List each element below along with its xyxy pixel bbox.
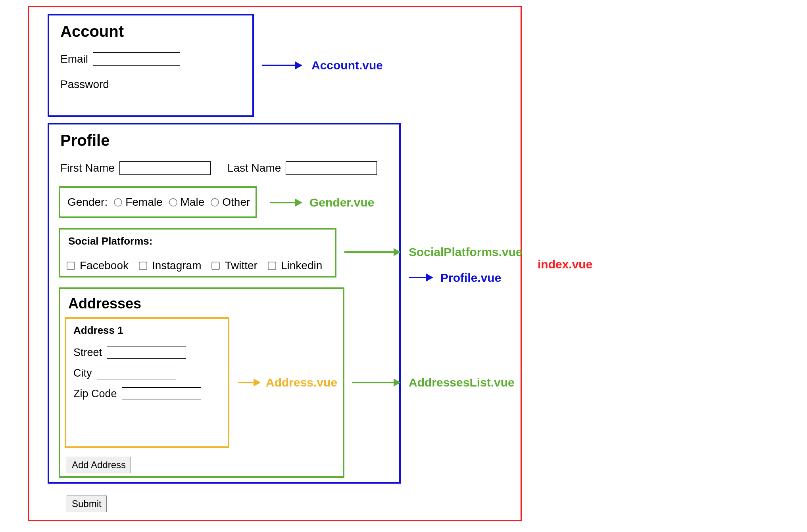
social-instagram-label: Instagram <box>152 259 202 272</box>
social-box: Social Platforms: Facebook Instagram Twi… <box>59 228 336 277</box>
zip-label: Zip Code <box>73 388 117 400</box>
annotation-account: Account.vue <box>311 59 383 72</box>
addresses-title: Addresses <box>68 295 335 312</box>
password-input[interactable] <box>114 78 201 91</box>
social-facebook-label: Facebook <box>80 259 129 272</box>
social-option-instagram[interactable]: Instagram <box>140 259 202 272</box>
city-input[interactable] <box>97 367 176 379</box>
gender-box: Gender: Female Male Other <box>59 186 257 218</box>
diagram-stage: index.vue Account Email Password Account… <box>0 0 807 532</box>
gender-label: Gender: <box>67 196 108 209</box>
social-twitter-label: Twitter <box>225 259 257 272</box>
gender-option-other[interactable]: Other <box>212 196 250 209</box>
social-option-twitter[interactable]: Twitter <box>213 259 257 272</box>
gender-male-label: Male <box>181 196 205 209</box>
gender-female-label: Female <box>125 196 162 209</box>
last-name-label: Last Name <box>227 162 281 174</box>
annotation-social: SocialPlatforms.vue <box>409 245 523 259</box>
annotation-profile: Profile.vue <box>440 271 501 285</box>
zip-input[interactable] <box>122 387 201 400</box>
annotation-addresses: AddressesList.vue <box>409 376 515 389</box>
password-label: Password <box>60 78 109 91</box>
first-name-input[interactable] <box>119 161 211 175</box>
gender-other-label: Other <box>222 196 250 209</box>
social-linkedin-label: Linkedin <box>281 259 322 272</box>
add-address-button[interactable]: Add Address <box>67 457 131 473</box>
social-option-linkedin[interactable]: Linkedin <box>269 259 322 272</box>
address-item-box: Address 1 Street City Zip Code <box>65 317 229 448</box>
social-option-facebook[interactable]: Facebook <box>68 259 129 272</box>
annotation-gender: Gender.vue <box>309 196 374 209</box>
email-input[interactable] <box>93 52 180 66</box>
email-label: Email <box>60 53 88 65</box>
gender-option-male[interactable]: Male <box>171 196 205 209</box>
annotation-address-item: Address.vue <box>266 376 337 389</box>
account-title: Account <box>60 23 241 40</box>
address-item-header: Address 1 <box>73 324 221 337</box>
annotation-index: index.vue <box>538 258 592 271</box>
profile-title: Profile <box>60 132 388 149</box>
street-label: Street <box>73 346 102 359</box>
account-box: Account Email Password <box>48 14 254 117</box>
city-label: City <box>73 367 92 379</box>
gender-option-female[interactable]: Female <box>115 196 162 209</box>
submit-button[interactable]: Submit <box>67 496 107 512</box>
first-name-label: First Name <box>60 162 115 174</box>
street-input[interactable] <box>107 346 186 359</box>
social-header: Social Platforms: <box>68 235 327 247</box>
last-name-input[interactable] <box>286 161 377 175</box>
